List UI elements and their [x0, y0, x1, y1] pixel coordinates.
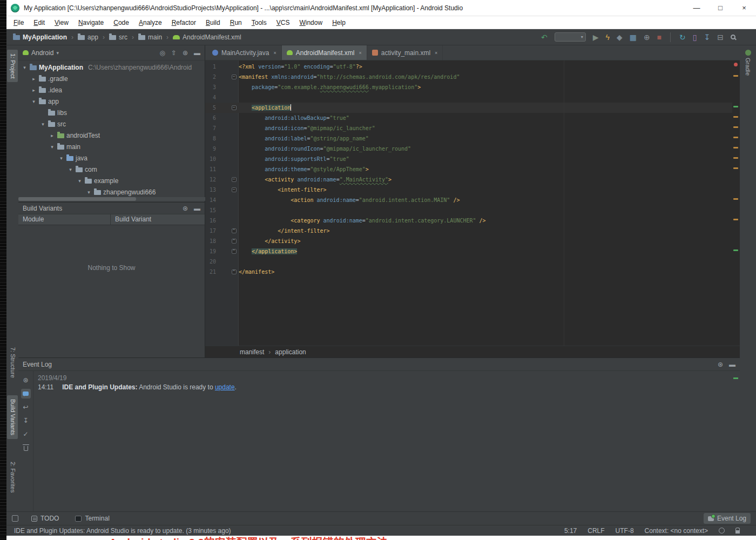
code-editor[interactable]: 1<?xml version="1.0" encoding="utf-8"?>2…	[205, 60, 740, 346]
stripe-mark[interactable]	[733, 198, 738, 200]
editor-tab-androidmanifest-xml[interactable]: AndroidManifest.xml×	[282, 45, 367, 60]
settings-gear-icon[interactable]: ⊛	[718, 361, 723, 368]
menu-analyze[interactable]: Analyze	[134, 17, 167, 28]
tree-item-com[interactable]: ▾com	[18, 164, 205, 175]
tool-window-button-7-structure[interactable]: 7: Structure	[7, 343, 18, 382]
menu-code[interactable]: Code	[109, 17, 134, 28]
mark-read-icon[interactable]: ✓	[21, 429, 31, 439]
code-line-2[interactable]: 2−<manifest xmlns:android="http://schema…	[205, 72, 732, 82]
menu-window[interactable]: Window	[294, 17, 327, 28]
code-line-17[interactable]: 17^ </intent-filter>	[205, 226, 732, 236]
chevron-down-icon[interactable]: ▾	[22, 65, 28, 70]
menu-vcs[interactable]: VCS	[272, 17, 295, 28]
lock-icon[interactable]	[735, 530, 740, 534]
tree-item-app[interactable]: ▾app	[18, 96, 205, 107]
menu-navigate[interactable]: Navigate	[73, 17, 109, 28]
stripe-mark[interactable]	[733, 116, 738, 118]
code-line-7[interactable]: 7 android:icon="@mipmap/ic_launcher"	[205, 123, 732, 133]
stripe-mark[interactable]	[733, 157, 738, 159]
caret-position[interactable]: 5:17	[564, 527, 577, 535]
close-tab-icon[interactable]: ×	[435, 50, 437, 56]
menu-build[interactable]: Build	[201, 17, 225, 28]
sdk-manager-icon[interactable]: ↧	[704, 33, 711, 41]
chevron-down-icon[interactable]: ▾	[31, 99, 37, 104]
soft-wrap-icon[interactable]: ↩	[21, 402, 31, 412]
code-line-19[interactable]: 19^ </application>	[205, 246, 732, 256]
clear-all-icon[interactable]	[21, 443, 31, 453]
code-line-21[interactable]: 21^</manifest>	[205, 267, 732, 277]
menu-file[interactable]: File	[9, 17, 29, 28]
hide-panel-icon[interactable]: ▬	[729, 361, 735, 368]
fold-marker[interactable]: −	[232, 105, 237, 110]
chevron-down-icon[interactable]: ▾	[58, 156, 64, 161]
code-line-9[interactable]: 9 android:roundIcon="@mipmap/ic_launcher…	[205, 144, 732, 154]
tool-window-button-2-favorites[interactable]: 2: Favorites	[7, 458, 18, 496]
column-header-build-variant[interactable]: Build Variant	[111, 214, 156, 225]
menu-edit[interactable]: Edit	[29, 17, 50, 28]
tool-window-button-event-log[interactable]: Event Log	[704, 513, 751, 524]
tool-window-button-terminal[interactable]: Terminal	[71, 513, 113, 524]
settings-gear-icon[interactable]: ⊛	[183, 50, 188, 56]
tree-item-main[interactable]: ▾main	[18, 141, 205, 152]
collapse-all-icon[interactable]: ⇧	[171, 50, 177, 56]
inspection-indicator-icon[interactable]	[734, 63, 738, 66]
code-line-18[interactable]: 18^ </activity>	[205, 236, 732, 246]
chevron-down-icon[interactable]: ▾	[68, 167, 73, 172]
editor-tab-mainactivity-java[interactable]: MainActivity.java×	[207, 45, 282, 60]
breadcrumb-main[interactable]: main	[137, 32, 163, 42]
close-tab-icon[interactable]: ×	[273, 50, 276, 56]
hide-panel-icon[interactable]: ▬	[194, 50, 200, 56]
profiler-icon[interactable]: ▦	[630, 33, 637, 41]
close-button[interactable]: ×	[732, 0, 756, 16]
stripe-mark[interactable]	[733, 75, 738, 77]
stop-icon[interactable]: ■	[657, 33, 662, 41]
settings-gear-icon[interactable]: ⊛	[21, 375, 31, 385]
tool-window-button-1-project[interactable]: 1: Project	[7, 50, 18, 82]
locate-file-icon[interactable]: ◎	[159, 50, 165, 56]
fold-marker[interactable]: −	[232, 75, 237, 79]
code-line-15[interactable]: 15	[205, 205, 732, 215]
code-line-11[interactable]: 11 android:theme="@style/AppTheme">	[205, 164, 732, 174]
apply-changes-icon[interactable]: ϟ	[605, 33, 609, 41]
breadcrumb-myapplication[interactable]: MyApplication	[12, 32, 68, 42]
fold-marker[interactable]: ^	[232, 249, 237, 254]
line-separator-indicator[interactable]: CRLF	[588, 527, 604, 535]
code-line-16[interactable]: 16 <category android:name="android.inten…	[205, 215, 732, 226]
menu-refactor[interactable]: Refactor	[167, 17, 201, 28]
code-line-13[interactable]: 13− <intent-filter>	[205, 185, 732, 195]
stripe-mark[interactable]	[733, 106, 738, 107]
file-encoding-indicator[interactable]: UTF-8	[616, 527, 634, 535]
tool-window-switcher-icon[interactable]	[12, 515, 18, 522]
tree-item-androidtest[interactable]: ▸androidTest	[18, 130, 205, 141]
fold-marker[interactable]: −	[232, 177, 237, 182]
context-indicator[interactable]: Context: <no context>	[645, 527, 708, 535]
tree-item-myapplication[interactable]: ▾MyApplicationC:\Users\zhanpengwudi666\A…	[18, 62, 205, 73]
horizontal-scrollbar[interactable]	[18, 197, 205, 201]
tree-item-example[interactable]: ▾example	[18, 175, 205, 186]
minimize-button[interactable]: —	[685, 0, 708, 16]
code-line-10[interactable]: 10 android:supportsRtl="true"	[205, 154, 732, 164]
tree-item-libs[interactable]: libs	[18, 107, 205, 118]
debug-icon[interactable]: ◆	[617, 33, 623, 41]
stripe-mark[interactable]	[733, 126, 738, 128]
update-link[interactable]: update	[215, 383, 235, 391]
fold-marker[interactable]: ^	[232, 239, 237, 244]
search-everywhere-icon[interactable]	[731, 35, 735, 39]
chevron-down-icon[interactable]: ▾	[40, 122, 46, 127]
menu-help[interactable]: Help	[327, 17, 350, 28]
settings-gear-icon[interactable]: ⊛	[183, 205, 188, 212]
fold-marker[interactable]: −	[232, 187, 237, 192]
status-message[interactable]: IDE and Plugin Updates: Android Studio i…	[14, 527, 231, 535]
code-line-4[interactable]: 4	[205, 92, 732, 103]
tree-item-idea[interactable]: ▸.idea	[18, 84, 205, 96]
tree-item-gradle[interactable]: ▸.gradle	[18, 73, 205, 84]
menu-view[interactable]: View	[50, 17, 73, 28]
chevron-right-icon[interactable]: ▸	[49, 133, 55, 138]
breadcrumb-src[interactable]: src	[108, 32, 129, 42]
scrollbar-thumb[interactable]	[18, 197, 136, 201]
maximize-button[interactable]: □	[708, 0, 732, 16]
back-icon[interactable]: ↶	[541, 33, 548, 41]
project-view-selector[interactable]: Android ▾	[23, 49, 59, 57]
scroll-to-end-icon[interactable]: ↧	[21, 416, 31, 426]
editor-tab-activity-main-xml[interactable]: activity_main.xml×	[367, 45, 443, 60]
